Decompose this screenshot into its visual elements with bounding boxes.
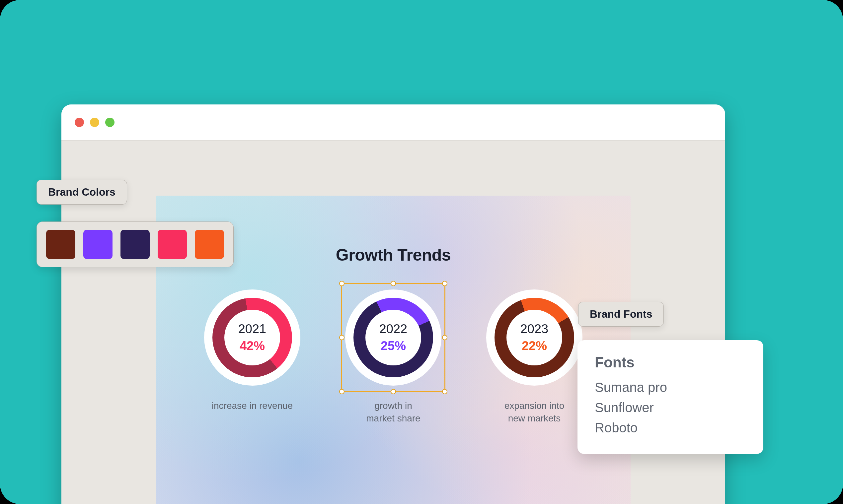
brand-colors-label[interactable]: Brand Colors (36, 180, 127, 204)
font-option[interactable]: Sunflower (595, 398, 746, 418)
resize-handle-icon[interactable] (391, 281, 396, 286)
donut-chart-2021[interactable]: 2021 42% increase in revenue (204, 289, 300, 425)
donut-chart-2022[interactable]: 2022 25% growth inmarket share (345, 289, 442, 425)
resize-handle-icon[interactable] (442, 389, 447, 394)
maximize-icon[interactable] (105, 118, 115, 127)
color-swatch[interactable] (83, 230, 113, 259)
donut-caption: increase in revenue (212, 399, 293, 412)
minimize-icon[interactable] (90, 118, 99, 127)
donut-outer: 2021 42% (204, 289, 300, 385)
color-swatch[interactable] (46, 230, 75, 259)
donut-ring-icon: 2023 22% (495, 298, 574, 377)
donut-charts-row: 2021 42% increase in revenue (156, 289, 631, 425)
font-option[interactable]: Roboto (595, 418, 746, 438)
donut-percent: 42% (238, 339, 266, 353)
window-titlebar (62, 105, 725, 141)
donut-ring-icon: 2021 42% (212, 298, 292, 377)
color-swatch[interactable] (120, 230, 150, 259)
donut-caption: expansion intonew markets (504, 399, 565, 425)
donut-year: 2021 (238, 322, 266, 336)
donut-percent: 22% (520, 339, 549, 353)
fonts-panel: Fonts Sumana pro Sunflower Roboto (578, 340, 763, 454)
resize-handle-icon[interactable] (442, 335, 447, 340)
donut-chart-2023[interactable]: 2023 22% expansion intonew markets (486, 289, 583, 425)
donut-year: 2022 (379, 322, 408, 336)
donut-percent: 25% (379, 339, 408, 353)
resize-handle-icon[interactable] (442, 281, 447, 286)
resize-handle-icon[interactable] (339, 335, 344, 340)
brand-fonts-label[interactable]: Brand Fonts (578, 302, 664, 327)
resize-handle-icon[interactable] (391, 389, 396, 394)
app-frame: Growth Trends 2021 42% increase in reven… (0, 0, 843, 504)
donut-outer: 2023 22% (486, 289, 583, 385)
resize-handle-icon[interactable] (339, 281, 344, 286)
color-swatch[interactable] (195, 230, 224, 259)
donut-caption: growth inmarket share (366, 399, 420, 425)
font-option[interactable]: Sumana pro (595, 377, 746, 398)
traffic-lights (75, 118, 115, 127)
brand-colors-panel (36, 221, 234, 267)
close-icon[interactable] (75, 118, 84, 127)
donut-outer: 2022 25% (345, 289, 442, 385)
fonts-panel-title: Fonts (595, 354, 746, 371)
donut-year: 2023 (520, 322, 549, 336)
color-swatch[interactable] (158, 230, 187, 259)
donut-ring-icon: 2022 25% (354, 298, 433, 377)
resize-handle-icon[interactable] (339, 389, 344, 394)
